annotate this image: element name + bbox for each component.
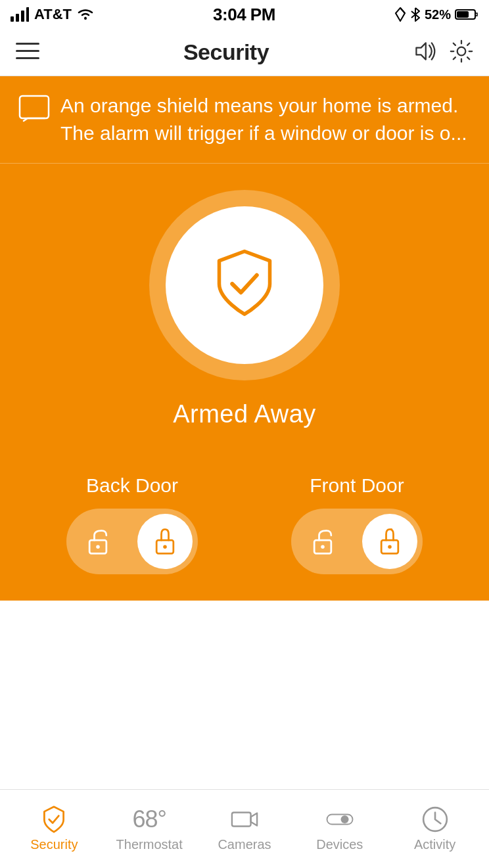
page-title: Security — [183, 39, 269, 65]
svg-rect-11 — [20, 96, 49, 118]
tab-devices-label: Devices — [316, 837, 363, 852]
devices-tab-icon — [326, 806, 354, 833]
back-door-unlocked-icon — [83, 527, 112, 556]
svg-point-13 — [96, 545, 100, 549]
svg-rect-9 — [16, 57, 39, 59]
svg-rect-8 — [16, 50, 39, 52]
tab-security-label: Security — [30, 837, 78, 852]
svg-point-22 — [340, 815, 348, 823]
header-right — [413, 39, 473, 66]
shield-inner-circle[interactable] — [166, 206, 323, 364]
tab-security[interactable]: Security — [7, 806, 102, 852]
tab-devices[interactable]: Devices — [292, 806, 387, 852]
back-door-toggle[interactable] — [66, 509, 198, 574]
shield-outer-circle[interactable] — [149, 190, 340, 380]
app-header: Security — [0, 29, 489, 76]
svg-rect-6 — [457, 11, 469, 18]
svg-rect-1 — [16, 14, 19, 22]
thermostat-tab-icon: 68° — [132, 806, 166, 833]
battery-percent: 52% — [425, 7, 451, 22]
settings-button[interactable] — [450, 39, 473, 66]
svg-rect-2 — [21, 11, 24, 22]
bluetooth-icon — [410, 7, 421, 22]
cameras-tab-icon — [231, 806, 258, 833]
activity-tab-icon — [421, 806, 449, 833]
door-controls: Back Door — [0, 442, 489, 601]
location-icon — [394, 7, 406, 22]
svg-rect-7 — [16, 43, 39, 45]
svg-point-15 — [163, 545, 167, 549]
shield-section[interactable]: Armed Away — [149, 164, 340, 442]
info-banner: An orange shield means your home is arme… — [0, 76, 489, 164]
main-content: An orange shield means your home is arme… — [0, 76, 489, 601]
thermostat-value: 68° — [132, 806, 166, 833]
header-left — [16, 39, 39, 66]
svg-rect-0 — [11, 16, 14, 22]
svg-point-17 — [321, 545, 325, 549]
tab-bar: Security 68° Thermostat Cameras Devices — [0, 789, 489, 868]
info-chat-icon — [18, 95, 50, 126]
svg-rect-21 — [327, 815, 352, 825]
front-door-toggle[interactable] — [291, 509, 423, 574]
armed-status-label: Armed Away — [173, 400, 316, 428]
signal-icon — [11, 7, 29, 22]
status-bar: AT&T 3:04 PM 52% — [0, 0, 489, 29]
tab-activity-label: Activity — [414, 837, 455, 852]
svg-point-19 — [388, 545, 392, 549]
back-door-label: Back Door — [86, 474, 178, 497]
carrier-label: AT&T — [34, 6, 72, 23]
menu-button[interactable] — [16, 39, 39, 66]
wifi-icon — [77, 8, 94, 21]
back-door-control[interactable]: Back Door — [66, 474, 198, 574]
status-right: 52% — [394, 7, 478, 22]
svg-rect-3 — [26, 7, 29, 22]
security-tab-icon — [40, 806, 68, 833]
svg-point-4 — [84, 17, 87, 20]
tab-cameras[interactable]: Cameras — [197, 806, 292, 852]
front-door-label: Front Door — [310, 474, 404, 497]
tab-activity[interactable]: Activity — [387, 806, 482, 852]
status-time: 3:04 PM — [213, 5, 275, 25]
svg-rect-20 — [232, 813, 251, 827]
shield-check-icon — [208, 248, 281, 323]
front-door-unlocked-icon — [308, 527, 337, 556]
battery-icon — [455, 8, 478, 21]
back-door-locked-circle — [137, 514, 193, 569]
front-door-control[interactable]: Front Door — [291, 474, 423, 574]
info-message: An orange shield means your home is arme… — [60, 92, 471, 147]
tab-thermostat-label: Thermostat — [116, 837, 183, 852]
tab-cameras-label: Cameras — [218, 837, 271, 852]
tab-thermostat[interactable]: 68° Thermostat — [102, 806, 197, 852]
front-door-locked-circle — [362, 514, 417, 569]
sound-button[interactable] — [413, 39, 436, 66]
status-left: AT&T — [11, 6, 94, 23]
svg-point-10 — [457, 47, 466, 55]
